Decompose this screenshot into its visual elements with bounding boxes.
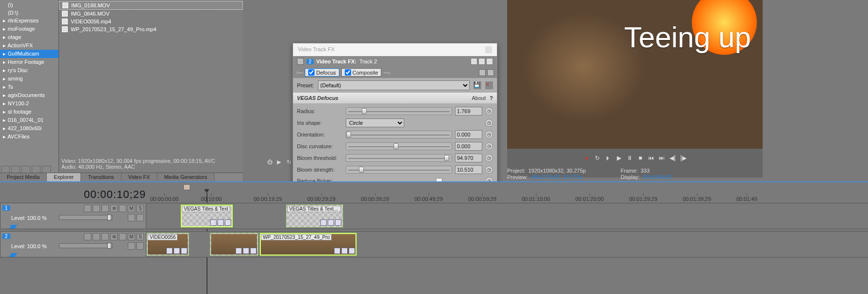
- play-from-start-icon[interactable]: ⏵: [604, 154, 612, 162]
- preset-select[interactable]: (Default): [318, 80, 470, 90]
- solo-button[interactable]: S: [137, 205, 144, 212]
- play-icon[interactable]: ▶: [277, 159, 284, 166]
- fx-chip-defocus[interactable]: Defocus: [305, 68, 339, 77]
- folder-node[interactable]: ▸ agixDocuments: [0, 91, 59, 99]
- clip-pan-icon[interactable]: [341, 248, 348, 254]
- expand-icon[interactable]: ▸: [2, 92, 6, 98]
- folder-node[interactable]: ▸ moFootage: [0, 25, 59, 33]
- expand-icon[interactable]: ▸: [2, 34, 6, 40]
- track-body[interactable]: VEGAS Titles & TextVEGAS Titles & Text H…: [146, 203, 868, 229]
- expand-icon[interactable]: ▸: [2, 100, 6, 107]
- track-fx-btn[interactable]: ✲: [110, 205, 118, 212]
- folder-node[interactable]: ▸ st footage: [0, 108, 59, 116]
- file-list[interactable]: IMG_0188.MOVIMG_0846.MOVVIDEO0056.mp4WP_…: [59, 0, 243, 177]
- clip-pan-icon[interactable]: [328, 219, 334, 226]
- clip-pan-icon[interactable]: [174, 248, 180, 254]
- keyframe-icon[interactable]: ◷: [485, 142, 493, 150]
- fx-value[interactable]: 0.000: [455, 142, 482, 151]
- clip-gen-icon[interactable]: [250, 248, 256, 254]
- pan-crop-icon[interactable]: [297, 58, 304, 65]
- clip-pan-icon[interactable]: [217, 219, 224, 226]
- prev-frame-icon[interactable]: ◀ǀ: [669, 154, 676, 162]
- clip-fx-icon[interactable]: [236, 248, 242, 254]
- fx-chip-composite[interactable]: Composite: [341, 68, 382, 77]
- keyframe-icon[interactable]: ◷: [485, 107, 493, 115]
- track-small-btn[interactable]: [128, 214, 135, 221]
- track-automation-btn[interactable]: [119, 205, 126, 212]
- fx-value[interactable]: 1.769: [455, 107, 482, 116]
- stop-icon[interactable]: ■: [636, 154, 644, 162]
- track-btn[interactable]: [93, 233, 100, 240]
- fx-slider[interactable]: [346, 131, 452, 138]
- clip-fx-icon[interactable]: [320, 219, 327, 226]
- expand-icon[interactable]: ▸: [2, 51, 6, 57]
- folder-node[interactable]: (\): [0, 1, 59, 9]
- timecode-display[interactable]: 00:00:10;29: [84, 188, 146, 201]
- folder-node[interactable]: ▸ arning: [0, 75, 59, 83]
- fx-slider[interactable]: [346, 154, 452, 162]
- mute-button[interactable]: M: [128, 205, 135, 212]
- fx-value[interactable]: 94.970: [455, 154, 482, 162]
- timeline-clip[interactable]: VEGAS Titles & Text: [180, 204, 233, 228]
- timeline-clip[interactable]: WP_20170523_15_27_49_Pro: [259, 233, 357, 256]
- folder-node[interactable]: ▸ rlinExpenses: [0, 17, 59, 25]
- folder-node[interactable]: ▸ ry's Disc: [0, 66, 59, 75]
- panel-tab[interactable]: Media Generators: [158, 173, 215, 181]
- fx-param-select[interactable]: Circle: [346, 118, 404, 127]
- clip-gen-icon[interactable]: [225, 219, 231, 226]
- help-icon[interactable]: ?: [490, 95, 493, 101]
- track-fx-btn[interactable]: ✲: [110, 233, 118, 240]
- timeline-ruler[interactable]: 00:00:00;0000:10:0000:00:19;2900:00:29;2…: [150, 193, 868, 201]
- clip-fx-icon[interactable]: [210, 219, 217, 226]
- expand-icon[interactable]: ▸: [2, 109, 6, 115]
- remove-fx-icon[interactable]: [487, 69, 494, 76]
- fx-chip-enable[interactable]: [345, 69, 351, 76]
- panel-tab[interactable]: Project Media: [0, 173, 47, 181]
- view-btn[interactable]: [486, 58, 493, 65]
- about-link[interactable]: About: [472, 95, 486, 101]
- folder-node[interactable]: (D:\): [0, 9, 59, 17]
- clip-pan-icon[interactable]: [243, 248, 249, 254]
- folder-node[interactable]: ▸ GolfMulticam: [0, 50, 59, 58]
- track-btn[interactable]: [84, 205, 91, 212]
- expand-icon[interactable]: ▸: [2, 59, 6, 65]
- folder-node[interactable]: ▸ AVCFiles: [0, 133, 59, 141]
- file-item[interactable]: IMG_0846.MOV: [59, 10, 243, 18]
- preview-viewport[interactable]: Teeing up: [507, 0, 763, 149]
- clip-gen-icon[interactable]: [181, 248, 187, 254]
- expand-icon[interactable]: ▸: [2, 84, 6, 90]
- loop-icon[interactable]: ↻: [593, 154, 601, 162]
- track-level-slider[interactable]: [59, 243, 113, 248]
- fx-slider[interactable]: [346, 107, 452, 115]
- folder-node[interactable]: ▸ 016_0074L_01: [0, 116, 59, 124]
- close-icon[interactable]: [485, 46, 492, 53]
- delete-preset-icon[interactable]: ✕: [485, 81, 493, 89]
- clip-gen-icon[interactable]: [335, 219, 341, 226]
- keyframe-icon[interactable]: ◷: [485, 131, 493, 138]
- track-header[interactable]: 2✲MSLevel: 100.0 %: [0, 231, 146, 257]
- expand-icon[interactable]: ▸: [2, 125, 6, 132]
- clip-fx-icon[interactable]: [166, 248, 173, 254]
- file-item[interactable]: WP_20170523_15_27_49_Pro.mp4: [59, 25, 243, 33]
- go-start-icon[interactable]: ⏮: [647, 154, 655, 162]
- track-body[interactable]: VIDEO0056WP_20170523_15_27_49_Pro: [146, 231, 868, 257]
- expand-icon[interactable]: ▸: [2, 76, 6, 82]
- timeline-clip[interactable]: VIDEO0056: [146, 233, 189, 256]
- folder-node[interactable]: ▸ otage: [0, 33, 59, 41]
- track-btn[interactable]: [84, 233, 91, 240]
- folder-node[interactable]: ▸ ActionVFX: [0, 41, 59, 50]
- add-fx-icon[interactable]: [479, 69, 486, 76]
- fx-slider[interactable]: [346, 142, 452, 150]
- track-automation-btn[interactable]: [119, 233, 126, 240]
- marker-icon[interactable]: [183, 184, 190, 190]
- track-header[interactable]: 1✲MSLevel: 100.0 %: [0, 203, 146, 229]
- track-small-btn[interactable]: [128, 242, 135, 250]
- keyframe-icon[interactable]: ◷: [485, 119, 493, 127]
- solo-button[interactable]: S: [137, 233, 144, 240]
- power-icon[interactable]: ⏻: [267, 159, 274, 166]
- expand-icon[interactable]: ▸: [2, 26, 6, 32]
- track-level-slider[interactable]: [59, 215, 113, 220]
- file-item[interactable]: IMG_0188.MOV: [59, 1, 243, 10]
- view-btn[interactable]: [478, 58, 485, 65]
- keyframe-icon[interactable]: ◷: [485, 166, 493, 174]
